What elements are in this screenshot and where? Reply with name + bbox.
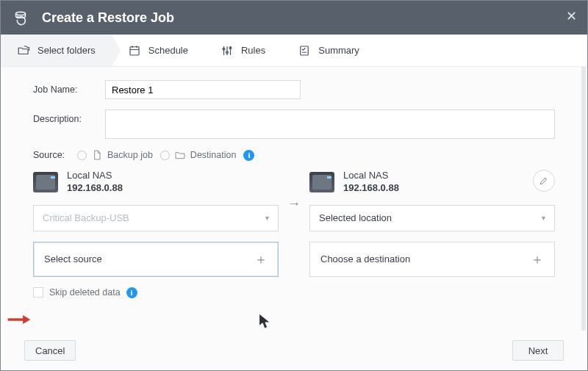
select-source-picker[interactable]: Select source ＋ <box>33 242 279 277</box>
choose-destination-picker[interactable]: Choose a destination ＋ <box>309 242 555 277</box>
description-label: Description: <box>33 109 105 124</box>
svg-rect-1 <box>130 46 139 54</box>
source-option-destination[interactable]: Destination <box>160 149 237 161</box>
tab-summary[interactable]: Summary <box>282 35 376 66</box>
close-icon[interactable]: ✕ <box>563 7 580 26</box>
source-backup-select[interactable]: Critical Backup-USB ▾ <box>33 205 279 231</box>
info-icon[interactable]: i <box>243 150 254 161</box>
next-button[interactable]: Next <box>512 340 564 361</box>
restore-app-icon <box>12 10 29 26</box>
source-label: Source: <box>33 150 70 160</box>
job-name-label: Job Name: <box>33 80 105 95</box>
sliders-icon <box>220 44 234 57</box>
nas-icon <box>33 172 58 192</box>
summary-icon <box>298 44 311 57</box>
tab-select-folders[interactable]: Select folders <box>1 35 112 66</box>
title-bar: Create a Restore Job ✕ <box>1 1 587 35</box>
dialog-title: Create a Restore Job <box>42 10 174 26</box>
select-folders-icon <box>17 44 30 57</box>
content-area: Job Name: Description: Source: Backup jo… <box>1 67 587 331</box>
svg-rect-5 <box>301 46 309 55</box>
folder-icon <box>174 149 186 161</box>
radio-icon <box>160 151 170 160</box>
description-input[interactable] <box>105 109 555 139</box>
select-value: Critical Backup-USB <box>43 212 129 223</box>
file-icon <box>91 149 103 161</box>
tab-schedule[interactable]: Schedule <box>112 35 204 66</box>
tab-rules[interactable]: Rules <box>204 35 282 66</box>
destination-device: Local NAS 192.168.0.88 <box>309 170 555 195</box>
dialog-footer: Cancel Next <box>1 331 587 370</box>
source-column: Local NAS 192.168.0.88 Critical Backup-U… <box>33 170 279 277</box>
annotation-arrow-icon <box>7 313 32 326</box>
job-name-input[interactable] <box>105 80 301 99</box>
source-device: Local NAS 192.168.0.88 <box>33 170 279 195</box>
nas-icon <box>309 172 334 192</box>
pencil-icon <box>539 176 549 186</box>
cancel-button[interactable]: Cancel <box>24 340 76 361</box>
cursor-icon <box>257 312 273 331</box>
transfer-arrow-icon: → <box>283 170 305 203</box>
tab-label: Summary <box>318 45 359 56</box>
checkbox-icon <box>33 287 43 298</box>
skip-deleted-row[interactable]: Skip deleted data i <box>33 287 555 298</box>
source-option-backup-job[interactable]: Backup job <box>77 149 153 161</box>
tab-label: Schedule <box>148 45 188 56</box>
source-device-name: Local NAS <box>67 170 123 182</box>
destination-device-ip: 192.168.0.88 <box>343 182 399 195</box>
option-label: Backup job <box>107 150 153 160</box>
radio-icon <box>77 151 87 160</box>
destination-location-select[interactable]: Selected location ▾ <box>309 205 555 231</box>
edit-destination-button[interactable] <box>533 170 555 192</box>
destination-column: Local NAS 192.168.0.88 Selected location… <box>309 170 555 277</box>
checkbox-label: Skip deleted data <box>49 287 121 298</box>
wizard-tabs: Select folders Schedule Rules Summary <box>1 35 587 67</box>
calendar-icon <box>128 44 141 57</box>
source-device-ip: 192.168.0.88 <box>67 182 123 195</box>
select-value: Selected location <box>319 212 392 223</box>
svg-point-0 <box>16 12 26 15</box>
plus-icon: ＋ <box>254 251 268 268</box>
tab-label: Rules <box>241 45 265 56</box>
scrollbar[interactable] <box>581 67 586 331</box>
tab-label: Select folders <box>37 45 96 56</box>
plus-icon: ＋ <box>531 251 544 268</box>
picker-label: Choose a destination <box>320 253 410 264</box>
picker-label: Select source <box>44 253 102 264</box>
destination-device-name: Local NAS <box>343 170 399 182</box>
info-icon[interactable]: i <box>126 287 137 298</box>
chevron-down-icon: ▾ <box>265 214 269 222</box>
chevron-down-icon: ▾ <box>542 214 545 222</box>
option-label: Destination <box>190 150 237 160</box>
